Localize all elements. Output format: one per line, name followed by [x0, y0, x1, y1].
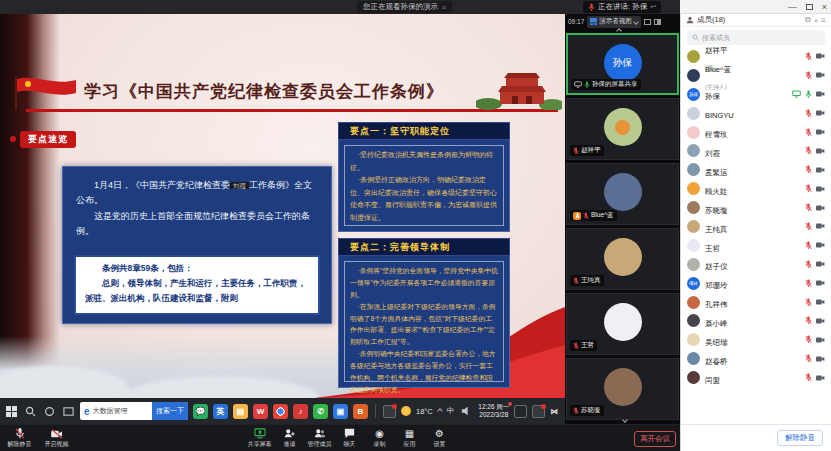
section-bullet: [10, 136, 16, 142]
member-row[interactable]: 孙保 孙保: [681, 85, 831, 104]
video-thumbnail-strip: 09:17 演示者视图 孙保: [565, 14, 680, 424]
maximize-button[interactable]: [806, 4, 813, 10]
camera-off-icon: [816, 71, 825, 79]
volume-icon: [459, 404, 473, 418]
member-name: 刘霞: [705, 149, 720, 158]
member-row[interactable]: 刘霞: [681, 141, 831, 160]
shared-screen-slide: 学习《中国共产党纪律检查委员会工作条例》 要点速览 1月4日，《中国共产党纪律检…: [0, 14, 565, 398]
avatar: [687, 258, 700, 271]
member-panel: 成员(18) ⧉ × ≡ 搜索成员 赵祥平 (我): [680, 14, 831, 451]
member-name-block: 顾火娃: [705, 180, 800, 198]
media-tool-icon: ⋈: [550, 407, 558, 416]
member-row[interactable]: 赵子仪: [681, 255, 831, 274]
video-tile[interactable]: 王纯真: [566, 228, 679, 290]
mic-off-icon: [805, 203, 812, 212]
view-mode-icon: [590, 18, 597, 25]
video-tile[interactable]: Blue^蓝: [566, 163, 679, 225]
point2-header: 要点二：完善领导体制: [338, 238, 510, 256]
member-row[interactable]: 闫盟: [681, 368, 831, 387]
view-mode-button[interactable]: 演示者视图: [587, 16, 641, 28]
mic-off-icon: [805, 109, 812, 118]
close-panel-icon[interactable]: ×: [814, 16, 819, 25]
avatar: [687, 296, 700, 309]
pin-back-icon[interactable]: ↩: [650, 3, 656, 11]
member-row[interactable]: 孟繁运: [681, 160, 831, 179]
apps-button[interactable]: ▦ 应用: [396, 428, 423, 449]
taskbar-search-text: 大数据管理: [93, 406, 128, 416]
task-view-icon: [61, 404, 75, 418]
video-tile[interactable]: 赵祥平: [566, 98, 679, 160]
taskbar-clock: 12:26 周一 2022/3/28: [478, 403, 509, 420]
taskbar-search-box: e 大数据管理 搜索一下: [80, 402, 188, 420]
sharing-icon: [792, 90, 801, 98]
chat-button[interactable]: 聊天: [336, 428, 363, 449]
member-row[interactable]: Blue^蓝 (主持人): [681, 66, 831, 85]
window-controls: — ×: [788, 1, 827, 13]
camera-off-icon: [816, 222, 825, 230]
member-name: 苏晓璇: [705, 206, 728, 215]
avatar: [687, 352, 700, 365]
intro-paragraph-2: 这是党的历史上首部全面规范纪律检查委员会工作的条例。: [76, 209, 318, 240]
panel-menu-icon[interactable]: ≡: [821, 16, 826, 25]
section-tag: 要点速览: [20, 131, 76, 148]
layout-icon[interactable]: [654, 19, 661, 25]
member-name-block: 王纯真: [705, 218, 800, 236]
member-row[interactable]: 孔祥伟: [681, 293, 831, 312]
member-status-icons: [805, 71, 825, 80]
invite-button[interactable]: 邀请: [276, 428, 303, 449]
mic-off-icon: [805, 335, 812, 344]
leave-meeting-button[interactable]: 离开会议: [634, 431, 676, 447]
member-name: 聂小峰: [705, 319, 728, 328]
member-row[interactable]: 顾火娃: [681, 179, 831, 198]
meeting-app-icon: ▣: [333, 404, 348, 419]
unmute-button[interactable]: 解除静音: [6, 428, 33, 449]
member-list: 赵祥平 (我) Blue^蓝 (主持人): [681, 47, 831, 424]
mic-off-icon: [805, 222, 812, 231]
banner-menu-icon[interactable]: ≡: [442, 4, 446, 11]
video-tile[interactable]: 苏晓璇: [566, 358, 679, 420]
video-tile[interactable]: 孙保 孙保的屏幕共享: [566, 33, 679, 95]
member-row[interactable]: 王纯真: [681, 217, 831, 236]
fullscreen-icon[interactable]: [644, 19, 651, 25]
member-search-input[interactable]: 搜索成员: [687, 30, 825, 45]
member-row[interactable]: 赵春桥: [681, 349, 831, 368]
avatar: [604, 108, 642, 146]
settings-button[interactable]: ⚙ 设置: [426, 428, 453, 449]
member-row[interactable]: 程雪玫: [681, 123, 831, 142]
member-panel-header: 成员(18) ⧉ × ≡: [681, 14, 831, 27]
member-status-icons: [805, 203, 825, 212]
member-row[interactable]: 苏晓璇: [681, 198, 831, 217]
mic-off-icon: [573, 342, 579, 350]
strip-header: 09:17 演示者视图: [565, 14, 680, 29]
share-screen-button[interactable]: 共享屏幕: [246, 428, 273, 449]
video-tile[interactable]: 王哲: [566, 293, 679, 355]
member-status-icons: [805, 128, 825, 137]
edge-icon: e: [84, 406, 90, 417]
member-row[interactable]: 聂小峰: [681, 311, 831, 330]
member-status-icons: [805, 241, 825, 250]
mic-off-icon: [805, 52, 812, 61]
popout-panel-icon[interactable]: ⧉: [805, 15, 811, 25]
avatar: [687, 314, 700, 327]
manage-members-button[interactable]: 管理成员: [306, 428, 333, 449]
tile-name-label: 孙保的屏幕共享: [571, 79, 641, 90]
close-button[interactable]: ×: [822, 2, 827, 12]
minimize-button[interactable]: —: [788, 2, 797, 12]
member-name: 顾火娃: [705, 187, 728, 196]
avatar: [687, 144, 700, 157]
member-row[interactable]: 王哲: [681, 236, 831, 255]
file-explorer-icon: ▤: [233, 404, 248, 419]
mic-off-icon: [805, 279, 812, 288]
member-status-icons: [805, 279, 825, 288]
avatar: 珊玲: [687, 277, 700, 290]
member-row[interactable]: 珊玲 郑珊玲: [681, 274, 831, 293]
unmute-self-button[interactable]: 解除静音: [777, 430, 823, 446]
member-row[interactable]: 吴绍瑞: [681, 330, 831, 349]
camera-off-icon: [816, 298, 825, 306]
record-button[interactable]: ◉ 录制: [366, 428, 393, 449]
start-video-button[interactable]: 开启视频: [43, 428, 70, 449]
member-row[interactable]: BINGYU: [681, 104, 831, 123]
mic-off-icon: [805, 298, 812, 307]
search-icon: [23, 404, 37, 418]
camera-off-icon: [816, 260, 825, 268]
